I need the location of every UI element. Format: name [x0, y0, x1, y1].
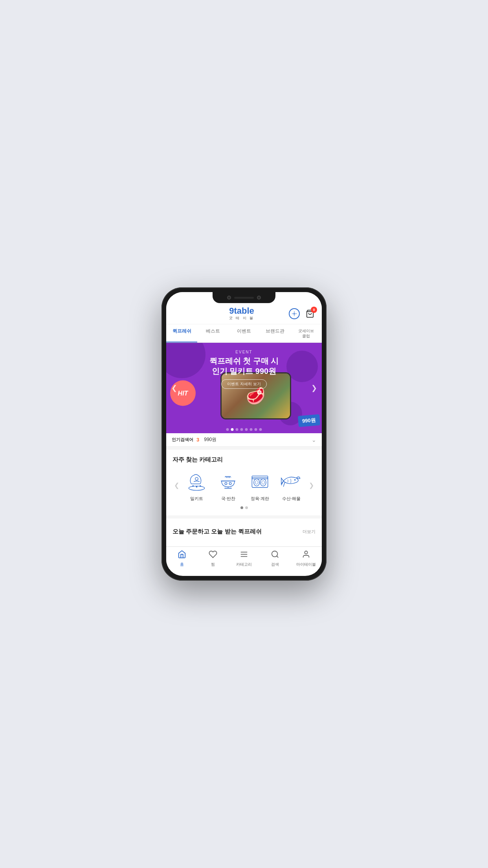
svg-point-22 — [305, 551, 308, 554]
home-icon — [178, 550, 186, 561]
category-section: 자주 찾는 카테고리 ❮ — [166, 450, 322, 515]
phone-screen: 9table 굿 테 이 블 — [166, 292, 322, 576]
meat-egg-icon — [248, 469, 272, 493]
speaker — [234, 297, 254, 299]
main-banner: ❮ ❯ EVENT 퀵프레쉬 첫 구매 시 인기 밀키트 990원 이벤트 자세… — [166, 343, 322, 433]
svg-point-4 — [192, 485, 194, 487]
bottom-nav: 홈 찜 — [166, 546, 322, 569]
category-item-mealkit[interactable]: 밀키트 — [185, 469, 208, 502]
nav-search[interactable]: 검색 — [260, 550, 291, 567]
phone-notch — [213, 292, 275, 303]
seafood-label: 수산·해물 — [282, 496, 301, 502]
banner-title: 퀵프레쉬 첫 구매 시 인기 밀키트 990원 — [209, 356, 279, 376]
quick-header: 오늘 주문하고 오늘 받는 퀵프레쉬 더보기 — [172, 528, 316, 535]
tab-event[interactable]: 이벤트 — [228, 324, 259, 342]
menu-icon — [240, 550, 248, 561]
front-camera — [227, 296, 231, 300]
dot-3[interactable] — [236, 428, 238, 431]
tab-quickfresh[interactable]: 퀵프레쉬 — [166, 324, 197, 342]
chevron-down-icon[interactable]: ⌄ — [312, 437, 316, 443]
svg-point-14 — [255, 480, 258, 484]
svg-point-9 — [229, 482, 232, 485]
search-bar: 인기검색어 3 990원 ⌄ — [166, 433, 322, 447]
dot-6[interactable] — [250, 428, 253, 431]
seafood-icon — [280, 469, 303, 493]
search-rank: 3 — [196, 437, 199, 443]
nav-wish-label: 찜 — [211, 562, 215, 567]
app-logo: 9table 굿 테 이 블 — [229, 306, 255, 321]
svg-point-3 — [195, 477, 198, 480]
dot-4[interactable] — [240, 428, 243, 431]
soup-icon — [216, 469, 240, 493]
tab-brand[interactable]: 브랜드관 — [260, 324, 291, 342]
svg-point-6 — [200, 485, 201, 487]
mealkit-label: 밀키트 — [190, 496, 203, 502]
svg-point-5 — [196, 486, 197, 487]
dot-7[interactable] — [255, 428, 257, 431]
logo-main: 9table — [229, 306, 254, 316]
search-text: 990원 — [204, 436, 308, 443]
banner-prev-arrow[interactable]: ❮ — [169, 383, 180, 394]
category-next-arrow[interactable]: ❯ — [307, 480, 316, 491]
dot-8[interactable] — [259, 428, 262, 431]
dot-2[interactable] — [231, 428, 234, 431]
header: 9table 굿 테 이 블 — [166, 303, 322, 324]
svg-point-16 — [294, 479, 296, 481]
banner-dots — [226, 428, 262, 431]
nav-tabs: 퀵프레쉬 베스트 이벤트 브랜드관 굿세이브클럽 — [166, 324, 322, 343]
soup-label: 국·반찬 — [221, 496, 235, 502]
more-button[interactable]: 더보기 — [303, 529, 316, 535]
category-item-meat-egg[interactable]: 정육·계란 — [248, 469, 272, 502]
cat-dot-1[interactable] — [240, 506, 243, 509]
cart-badge: 0 — [311, 307, 317, 313]
nav-search-label: 검색 — [271, 562, 279, 567]
meat-egg-label: 정육·계란 — [251, 496, 269, 502]
banner-next-arrow[interactable]: ❯ — [308, 383, 319, 394]
dot-5[interactable] — [245, 428, 248, 431]
category-prev-arrow[interactable]: ❮ — [172, 480, 181, 491]
sensor — [257, 296, 261, 300]
svg-point-12 — [254, 479, 260, 486]
svg-point-0 — [294, 313, 295, 314]
category-item-soup[interactable]: 국·반찬 — [216, 469, 240, 502]
nav-home-label: 홈 — [180, 562, 184, 567]
svg-point-15 — [262, 480, 264, 484]
mealkit-icon — [185, 469, 208, 493]
logo-subtitle: 굿 테 이 블 — [229, 316, 255, 321]
svg-point-8 — [225, 482, 227, 485]
nav-wish[interactable]: 찜 — [197, 550, 228, 567]
nav-category-label: 카테고리 — [236, 562, 252, 567]
search-label: 인기검색어 — [172, 437, 193, 443]
quick-section-title: 오늘 주문하고 오늘 받는 퀵프레쉬 — [172, 528, 262, 535]
search-icon — [271, 550, 279, 561]
quick-section: 오늘 주문하고 오늘 받는 퀵프레쉬 더보기 — [166, 522, 322, 546]
phone-frame: 9table 굿 테 이 블 — [161, 287, 327, 581]
cat-dot-2[interactable] — [245, 506, 248, 509]
svg-line-21 — [277, 556, 278, 557]
divider-1 — [166, 447, 322, 450]
category-item-seafood[interactable]: 수산·해물 — [280, 469, 303, 502]
app-content: 9table 굿 테 이 블 — [166, 303, 322, 576]
tab-goodsave[interactable]: 굿세이브클럽 — [291, 324, 322, 342]
nav-mypage-label: 마이테이블 — [296, 562, 316, 567]
banner-button[interactable]: 이벤트 자세히 보기 — [221, 379, 267, 389]
dot-1[interactable] — [226, 428, 229, 431]
nav-home[interactable]: 홈 — [166, 550, 197, 567]
tab-best[interactable]: 베스트 — [197, 324, 228, 342]
svg-point-20 — [272, 551, 278, 557]
svg-point-13 — [260, 479, 266, 486]
nav-mypage[interactable]: 마이테이블 — [291, 550, 322, 567]
category-items: 밀키트 — [181, 469, 307, 502]
price-tag: 990원 — [298, 414, 320, 427]
category-dots — [172, 506, 316, 509]
user-icon — [302, 550, 310, 561]
heart-icon — [209, 550, 217, 561]
header-icons: 0 — [289, 308, 316, 319]
category-container: ❮ — [172, 469, 316, 502]
banner-event-label: EVENT — [235, 350, 252, 354]
nav-category[interactable]: 카테고리 — [228, 550, 259, 567]
category-section-title: 자주 찾는 카테고리 — [172, 456, 316, 463]
location-icon[interactable] — [289, 308, 300, 319]
divider-2 — [166, 515, 322, 519]
cart-icon-wrap[interactable]: 0 — [305, 308, 316, 319]
